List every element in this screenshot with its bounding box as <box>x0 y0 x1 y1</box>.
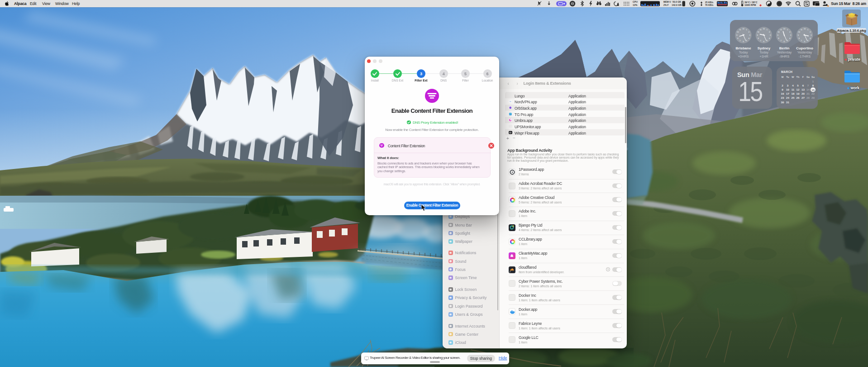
svg-text:2: 2 <box>810 31 811 33</box>
svg-text:76 KB/s: 76 KB/s <box>705 4 714 6</box>
svg-text:9: 9 <box>798 34 799 36</box>
svg-text:9: 9 <box>736 34 737 36</box>
svg-text:12%: 12% <box>633 4 638 6</box>
svg-text:8: 8 <box>737 38 738 39</box>
svg-text:6: 6 <box>804 41 805 43</box>
svg-text:10: 10 <box>798 31 800 33</box>
svg-text:5: 5 <box>807 40 808 42</box>
svg-text:12: 12 <box>783 28 785 30</box>
svg-text:3: 3 <box>811 34 811 36</box>
svg-text:12: 12 <box>804 28 806 30</box>
svg-text:2: 2 <box>769 31 770 33</box>
svg-text:11: 11 <box>801 29 802 31</box>
svg-text:6: 6 <box>784 41 785 43</box>
svg-text:12: 12 <box>763 28 765 30</box>
svg-text:3: 3 <box>790 34 791 36</box>
svg-text:6: 6 <box>743 41 744 43</box>
svg-text:11: 11 <box>780 29 782 31</box>
svg-text:5: 5 <box>767 40 768 42</box>
svg-text:9: 9 <box>777 34 778 36</box>
svg-text:3: 3 <box>770 34 771 36</box>
svg-text:12: 12 <box>742 28 744 30</box>
svg-text:CPU: CPU <box>633 0 638 3</box>
svg-text:7: 7 <box>760 40 761 42</box>
svg-text:2: 2 <box>510 270 511 272</box>
svg-text:8: 8 <box>758 38 758 39</box>
svg-text:7: 7 <box>801 40 802 42</box>
svg-text:8: 8 <box>799 38 800 39</box>
svg-text:1: 1 <box>767 29 768 31</box>
svg-text:2: 2 <box>749 31 749 33</box>
svg-text:2: 2 <box>789 31 790 33</box>
svg-text:1: 1 <box>787 29 788 31</box>
svg-text:5: 5 <box>787 40 788 42</box>
svg-text:5: 5 <box>746 40 747 42</box>
svg-text:10: 10 <box>757 31 759 33</box>
svg-text:10: 10 <box>737 31 739 33</box>
svg-text:11: 11 <box>739 29 741 31</box>
svg-text:11: 11 <box>760 29 762 31</box>
svg-text:1: 1 <box>746 29 747 31</box>
svg-text:8: 8 <box>778 38 779 39</box>
svg-text:10: 10 <box>777 31 779 33</box>
svg-text:1: 1 <box>807 29 808 31</box>
svg-text:MEM U 50.0 GB: MEM U 50.0 GB <box>663 0 681 3</box>
svg-text:2% F 142.0 GB: 2% F 142.0 GB <box>663 4 682 6</box>
svg-text:39°C / 38°C: 39°C / 38°C <box>744 1 758 4</box>
svg-text:6: 6 <box>763 41 764 43</box>
svg-text:7: 7 <box>781 40 782 42</box>
svg-text:9: 9 <box>757 34 758 36</box>
svg-text:7: 7 <box>739 40 740 42</box>
svg-text:25 KB/s: 25 KB/s <box>705 1 714 4</box>
svg-text:1006 RPM: 1006 RPM <box>744 4 756 6</box>
svg-text:3: 3 <box>749 34 750 36</box>
